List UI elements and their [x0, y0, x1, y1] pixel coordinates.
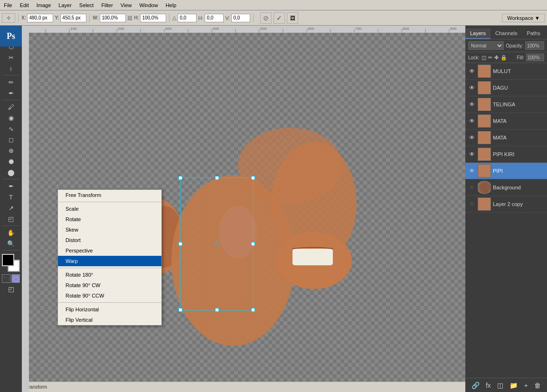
- clone-stamp-tool[interactable]: ◉: [2, 112, 20, 123]
- svg-rect-30: [22, 26, 29, 392]
- new-group-btn[interactable]: 📁: [508, 381, 519, 390]
- screen-mode-btn[interactable]: ◰: [2, 284, 20, 294]
- menu-select[interactable]: Select: [75, 1, 98, 9]
- pen-tool[interactable]: ✒: [2, 181, 20, 191]
- x-coord-input[interactable]: [27, 14, 53, 22]
- layer-item[interactable]: 👁 Background: [465, 179, 547, 196]
- add-style-btn[interactable]: fx: [484, 381, 493, 390]
- lock-all-btn[interactable]: 🔒: [500, 55, 507, 61]
- delete-layer-btn[interactable]: 🗑: [532, 381, 543, 390]
- w-input[interactable]: [100, 14, 126, 22]
- layer-item[interactable]: 👁 MATA: [465, 130, 547, 146]
- layer-item[interactable]: 👁 MULUT: [465, 63, 547, 80]
- eraser-tool[interactable]: ◻: [2, 134, 20, 145]
- y-coord-input[interactable]: [60, 14, 86, 22]
- gradient-tool[interactable]: ⊕: [2, 145, 20, 156]
- add-mask-btn[interactable]: ◫: [495, 381, 505, 390]
- layer-item-selected[interactable]: 👁 PIPI: [465, 163, 547, 179]
- menu-help[interactable]: Help: [162, 1, 180, 9]
- layer-visibility-btn[interactable]: 👁: [468, 184, 476, 191]
- menu-layer[interactable]: Layer: [55, 1, 75, 9]
- h-label: H:: [134, 15, 139, 20]
- hand-tool[interactable]: ✋: [2, 227, 20, 238]
- move-tool-icon[interactable]: ⊹: [2, 13, 15, 23]
- commit-transform-btn[interactable]: ✓: [274, 12, 285, 24]
- ctx-skew[interactable]: Skew: [58, 224, 161, 235]
- lock-pixels-btn[interactable]: ✏: [488, 55, 492, 61]
- text-tool[interactable]: T: [2, 192, 20, 202]
- ctx-flip-h[interactable]: Flip Horizontal: [58, 304, 161, 315]
- h2-input[interactable]: [205, 14, 224, 22]
- quick-mask-btn[interactable]: ◯: [11, 274, 20, 283]
- opacity-input[interactable]: [525, 41, 544, 50]
- layer-visibility-btn[interactable]: 👁: [468, 67, 476, 75]
- ctx-perspective[interactable]: Perspective: [58, 245, 161, 256]
- standard-mode-btn[interactable]: ⬛: [2, 274, 10, 283]
- layer-item[interactable]: 👁 MATA: [465, 113, 547, 130]
- h-input[interactable]: [140, 14, 166, 22]
- menu-image[interactable]: Image: [33, 1, 55, 9]
- ctx-scale[interactable]: Scale: [58, 204, 161, 214]
- shape-tool[interactable]: ◰: [2, 214, 20, 224]
- cancel-transform-btn[interactable]: ⊘: [260, 12, 272, 24]
- ctx-rotate-90cw[interactable]: Rotate 90° CW: [58, 280, 161, 290]
- zoom-tool[interactable]: 🔍: [2, 238, 20, 249]
- history-brush-tool[interactable]: ∿: [2, 123, 20, 134]
- ctx-flip-v[interactable]: Flip Vertical: [58, 315, 161, 325]
- layer-item[interactable]: 👁 DAGU: [465, 80, 547, 96]
- layers-list: 👁 MULUT 👁 DAGU 👁 TELINGA 👁 MATA: [465, 63, 547, 213]
- ctx-rotate-180[interactable]: Rotate 180°: [58, 270, 161, 280]
- path-select-tool[interactable]: ↗: [2, 203, 20, 213]
- workspace-button[interactable]: Workspace ▼: [502, 14, 545, 22]
- lasso-tool[interactable]: ✂: [2, 52, 20, 63]
- svg-rect-0: [22, 26, 465, 33]
- tab-layers[interactable]: Layers: [465, 28, 490, 39]
- ctx-distort[interactable]: Distort: [58, 235, 161, 245]
- ctx-rotate[interactable]: Rotate: [58, 214, 161, 224]
- layer-visibility-btn[interactable]: 👁: [468, 117, 476, 125]
- layer-link-btn[interactable]: 🔗: [470, 381, 481, 390]
- blur-tool[interactable]: ⬣: [2, 156, 20, 167]
- ctx-rotate-90ccw[interactable]: Rotate 90° CCW: [58, 290, 161, 301]
- crop-tool[interactable]: ✏: [2, 77, 20, 87]
- menu-window[interactable]: Window: [136, 1, 162, 9]
- layer-item[interactable]: 👁 PIPI KIRI: [465, 146, 547, 163]
- fill-input[interactable]: [526, 54, 544, 61]
- blend-mode-select[interactable]: Normal: [468, 41, 504, 50]
- layer-visibility-btn[interactable]: 👁: [468, 134, 476, 141]
- ps-logo: Ps: [0, 26, 22, 47]
- menu-file[interactable]: File: [0, 1, 16, 9]
- menu-filter[interactable]: Filter: [97, 1, 116, 9]
- canvas-options-btn[interactable]: 🖼: [287, 12, 298, 24]
- brush-tool[interactable]: 🖊: [2, 102, 20, 112]
- lock-bar: Lock: ◫ ✏ ✤ 🔒 Fill:: [465, 52, 547, 63]
- panels-area: ⊟ ☰ ⬡ ↩ ▶ ℹ 🎨 Layers Channels Paths ◀▶ N…: [465, 0, 547, 392]
- svg-text:600: 600: [308, 27, 314, 31]
- layer-item[interactable]: 👁 TELINGA: [465, 96, 547, 113]
- layer-visibility-btn[interactable]: 👁: [468, 167, 476, 175]
- new-layer-btn[interactable]: +: [522, 381, 530, 390]
- dodge-tool[interactable]: ⬤: [2, 167, 20, 177]
- layer-visibility-btn[interactable]: 👁: [468, 150, 476, 158]
- ctx-warp[interactable]: Warp: [58, 256, 161, 266]
- menu-edit[interactable]: Edit: [16, 1, 33, 9]
- ctx-free-transform[interactable]: Free Transform: [58, 190, 161, 200]
- layer-item[interactable]: 👁 Layer 2 copy: [465, 196, 547, 213]
- angle-input[interactable]: [178, 14, 197, 22]
- eyedropper-tool[interactable]: ✒: [2, 88, 20, 98]
- layer-visibility-btn[interactable]: 👁: [468, 84, 476, 92]
- quick-select-tool[interactable]: ⟊: [2, 63, 20, 74]
- tab-channels[interactable]: Channels: [490, 28, 522, 39]
- layer-visibility-btn[interactable]: 👁: [468, 200, 476, 208]
- panel-expand-btn[interactable]: ◀▶: [545, 31, 547, 37]
- v-input[interactable]: [231, 14, 250, 22]
- tab-paths[interactable]: Paths: [522, 28, 545, 39]
- layer-visibility-btn[interactable]: 👁: [468, 101, 476, 108]
- lock-transparent-btn[interactable]: ◫: [481, 55, 486, 61]
- fg-color-swatch[interactable]: [2, 254, 14, 266]
- menu-view[interactable]: View: [117, 1, 136, 9]
- options-bar: ⊹ X: Y: W: ⛓ H: △ H: V: ⊘ ✓ 🖼 Workspace …: [0, 10, 547, 26]
- tool-panel: ⊹ ⬡ ✂ ⟊ ✏ ✒ 🖊 ◉ ∿ ◻ ⊕ ⬣ ⬤ ✒ T ↗ ◰ ✋ 🔍 ⬛ …: [0, 26, 22, 392]
- layers-panel: Normal Opacity: Lock: ◫ ✏ ✤ 🔒 Fill: 👁 MU…: [465, 39, 547, 213]
- lock-position-btn[interactable]: ✤: [494, 55, 499, 61]
